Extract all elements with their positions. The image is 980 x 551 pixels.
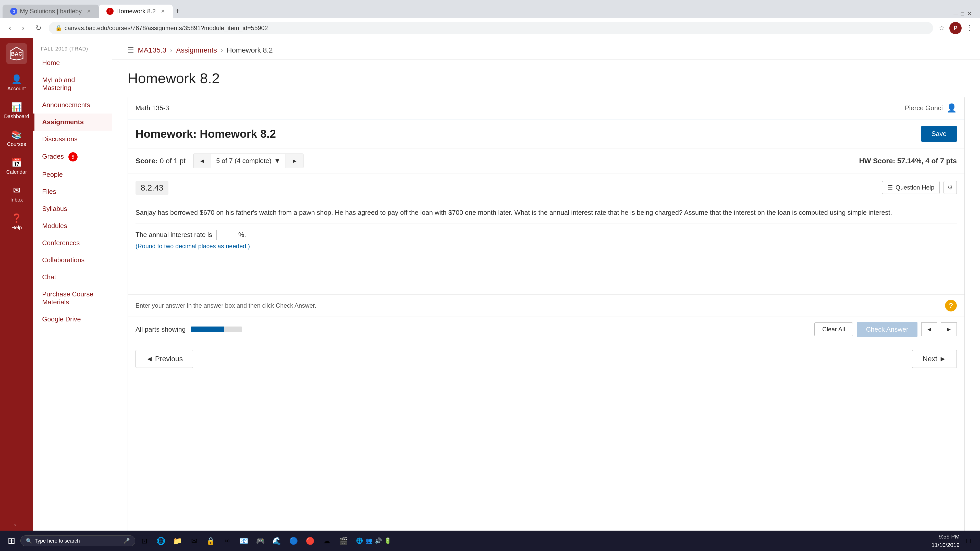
menu-button[interactable]: ⋮	[964, 22, 975, 34]
sidebar-item-dashboard[interactable]: 📊 Dashboard	[0, 98, 33, 123]
sidebar-label-calendar: Calendar	[6, 169, 27, 175]
question-text: Sanjay has borrowed $670 on his father's…	[135, 205, 957, 224]
taskbar-system: 🌐 👥 🔊 🔋	[352, 537, 395, 544]
taskbar-time-text: 9:59 PM	[932, 532, 959, 541]
sidebar-item-inbox[interactable]: ✉ Inbox	[0, 181, 33, 206]
nav-purchase[interactable]: Purchase Course Materials	[33, 286, 112, 311]
question-help-label: Question Help	[896, 184, 934, 191]
start-button[interactable]: ⊞	[4, 534, 19, 548]
refresh-button[interactable]: ↻	[32, 22, 45, 34]
question-settings-button[interactable]: ⚙	[943, 181, 957, 194]
nav-home[interactable]: Home	[33, 54, 112, 71]
tab-homework[interactable]: H Homework 8.2 ✕	[99, 5, 173, 18]
maximize-button[interactable]: □	[961, 11, 964, 17]
profile-button[interactable]: P	[950, 22, 962, 34]
speaker-icon: 🔊	[375, 537, 382, 544]
answer-prompt: The annual interest rate is %.	[135, 230, 957, 240]
taskbar-dropbox[interactable]: ☁	[319, 533, 334, 548]
hamburger-menu-button[interactable]: ☰	[127, 46, 134, 54]
taskbar-chrome[interactable]: 🌊	[269, 533, 285, 548]
bookmark-button[interactable]: ☆	[937, 22, 947, 34]
nav-actions: ☆ P ⋮	[937, 22, 975, 34]
parts-text: All parts showing	[135, 326, 186, 333]
tab-close-homework[interactable]: ✕	[161, 8, 165, 14]
answer-controls: All parts showing Clear All Check Answer…	[128, 317, 964, 342]
courses-icon: 📚	[11, 130, 22, 140]
answer-hint: (Round to two decimal places as needed.)	[135, 243, 957, 250]
nav-syllabus[interactable]: Syllabus	[33, 200, 112, 218]
nav-assignments[interactable]: Assignments	[33, 114, 112, 130]
address-bar[interactable]: 🔒 canvas.bac.edu/courses/7678/assignment…	[49, 22, 933, 34]
hw-full-title: Homework: Homework 8.2	[135, 127, 276, 140]
score-bar: Score: 0 of 1 pt ◄ 5 of 7 (4 complete) ▼…	[128, 148, 964, 173]
sidebar-label-account: Account	[7, 86, 26, 92]
tab-add-button[interactable]: +	[173, 4, 183, 18]
taskbar-app5[interactable]: ∞	[220, 533, 235, 548]
tab-label-homework: Homework 8.2	[116, 8, 156, 15]
sidebar-item-account[interactable]: 👤 Account	[0, 70, 33, 95]
taskbar-clock[interactable]: 9:59 PM 11/10/2019	[932, 532, 959, 549]
question-prev-button[interactable]: ◄	[193, 154, 211, 168]
taskbar-media[interactable]: 🎬	[336, 533, 351, 548]
taskbar-app8[interactable]: 🔵	[286, 533, 301, 548]
mylab-frame: Math 135-3 Pierce Gonci 👤 Homework: Home…	[127, 97, 965, 533]
sidebar-item-courses[interactable]: 📚 Courses	[0, 126, 33, 151]
nav-chat[interactable]: Chat	[33, 268, 112, 286]
answer-nav-prev-button[interactable]: ◄	[921, 322, 937, 336]
answer-nav-next-button[interactable]: ►	[941, 322, 957, 336]
school-logo-icon: BAC	[9, 46, 24, 61]
breadcrumb-assignments[interactable]: Assignments	[176, 46, 217, 54]
nav-google[interactable]: Google Drive	[33, 311, 112, 328]
taskbar-steam[interactable]: 🎮	[253, 533, 268, 548]
nav-discussions[interactable]: Discussions	[33, 130, 112, 148]
question-next-button[interactable]: ►	[286, 154, 303, 168]
question-nav: ◄ 5 of 7 (4 complete) ▼ ►	[193, 154, 304, 168]
calendar-icon: 📅	[11, 157, 22, 168]
taskbar-app6[interactable]: 📧	[236, 533, 251, 548]
nav-people[interactable]: People	[33, 166, 112, 183]
notification-button[interactable]: □	[961, 533, 976, 548]
next-button[interactable]: Next ►	[912, 350, 957, 368]
answer-input[interactable]	[216, 230, 234, 240]
taskbar-app9[interactable]: 🔴	[302, 533, 318, 548]
taskbar-mail[interactable]: ✉	[186, 533, 202, 548]
tab-icon-mysolutions: b	[10, 8, 18, 15]
taskbar-task-view[interactable]: ⊡	[137, 533, 152, 548]
breadcrumb-course[interactable]: MA135.3	[138, 46, 166, 54]
taskbar-files[interactable]: 📁	[170, 533, 185, 548]
nav-grades[interactable]: Grades 5	[33, 148, 112, 166]
network-icon: 🌐	[356, 537, 363, 544]
previous-button[interactable]: ◄ Previous	[135, 350, 193, 368]
taskbar-search[interactable]: 🔍 Type here to search 🎤	[21, 535, 135, 546]
hint-button[interactable]: ?	[945, 300, 957, 311]
close-window-button[interactable]: ✕	[967, 10, 972, 18]
nav-collaborations[interactable]: Collaborations	[33, 251, 112, 268]
nav-modules[interactable]: Modules	[33, 218, 112, 234]
back-button[interactable]: ‹	[5, 22, 14, 34]
check-answer-button[interactable]: Check Answer	[857, 322, 918, 337]
nav-files[interactable]: Files	[33, 183, 112, 200]
nav-announcements[interactable]: Announcements	[33, 97, 112, 114]
sidebar-item-calendar[interactable]: 📅 Calendar	[0, 154, 33, 179]
forward-button[interactable]: ›	[18, 22, 28, 34]
mylab-user: Pierce Gonci 👤	[905, 103, 957, 113]
tab-mysolutions[interactable]: b My Solutions | bartleby ✕	[3, 5, 99, 18]
hw-header: Homework 8.2	[112, 60, 980, 92]
nav-mylab[interactable]: MyLab and Mastering	[33, 71, 112, 97]
main-content: ☰ MA135.3 › Assignments › Homework 8.2 H…	[112, 38, 980, 538]
taskbar-edge[interactable]: 🌐	[153, 533, 169, 548]
nav-conferences[interactable]: Conferences	[33, 234, 112, 251]
clear-all-button[interactable]: Clear All	[815, 322, 853, 336]
answer-controls-right: Clear All Check Answer ◄ ►	[815, 322, 957, 337]
mic-icon: 🎤	[124, 538, 130, 544]
question-help-button[interactable]: ☰ Question Help	[882, 181, 940, 194]
answer-prompt-after: %.	[239, 231, 246, 239]
minimize-button[interactable]: ─	[953, 10, 958, 18]
people-icon: 👥	[366, 537, 372, 544]
save-button[interactable]: Save	[921, 126, 957, 142]
taskbar-app4[interactable]: 🔒	[203, 533, 218, 548]
sidebar-item-help[interactable]: ❓ Help	[0, 209, 33, 234]
answer-prompt-before: The annual interest rate is	[135, 231, 212, 239]
parts-label: All parts showing	[135, 326, 242, 333]
tab-close-mysolutions[interactable]: ✕	[87, 8, 91, 14]
